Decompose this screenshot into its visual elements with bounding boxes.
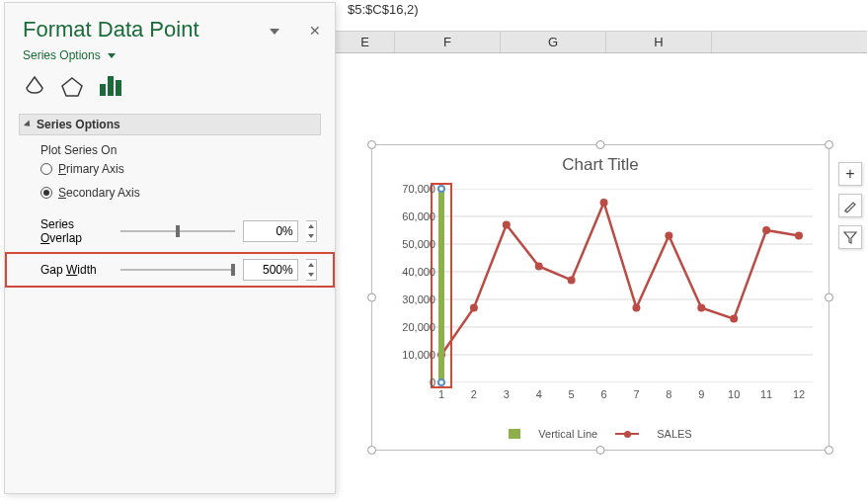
formula-bar-text: $5:$C$16,2) bbox=[348, 2, 419, 17]
svg-point-17 bbox=[600, 199, 608, 207]
x-axis-tick: 10 bbox=[728, 388, 740, 400]
expander-icon bbox=[24, 120, 33, 128]
y-axis-tick: 50,000 bbox=[402, 238, 435, 250]
x-axis-tick: 11 bbox=[760, 388, 772, 400]
column-header[interactable]: E bbox=[336, 32, 395, 52]
x-axis-tick: 7 bbox=[633, 388, 639, 400]
format-data-point-pane: Format Data Point ✕ Series Options Serie… bbox=[4, 2, 336, 494]
x-axis-tick: 2 bbox=[471, 388, 477, 400]
secondary-axis-radio[interactable]: Secondary Axis bbox=[40, 181, 309, 205]
x-axis-tick: 12 bbox=[793, 388, 805, 400]
svg-point-23 bbox=[795, 232, 803, 240]
x-axis-tick: 3 bbox=[504, 388, 510, 400]
x-axis-tick: 9 bbox=[698, 388, 704, 400]
svg-point-18 bbox=[632, 303, 640, 311]
y-axis-tick: 40,000 bbox=[402, 266, 435, 278]
svg-point-20 bbox=[697, 303, 705, 311]
pane-title: Format Data Point bbox=[23, 17, 199, 42]
plus-icon: + bbox=[845, 165, 854, 183]
legend-swatch-line-icon bbox=[615, 433, 639, 435]
fill-icon[interactable] bbox=[23, 74, 46, 98]
secondary-axis-label: Secondary Axis bbox=[58, 186, 140, 200]
funnel-icon bbox=[842, 229, 858, 245]
plot-area[interactable] bbox=[428, 189, 813, 382]
chart-filters-button[interactable] bbox=[838, 225, 862, 249]
svg-point-13 bbox=[470, 303, 478, 311]
radio-icon bbox=[40, 163, 52, 175]
plot-series-on-label: Plot Series On bbox=[40, 143, 309, 157]
chart-legend[interactable]: Vertical Line SALES bbox=[372, 428, 829, 440]
y-axis-tick: 10,000 bbox=[402, 349, 435, 361]
x-axis-tick: 4 bbox=[536, 388, 542, 400]
column-header[interactable]: H bbox=[606, 32, 712, 52]
y-axis-tick: 60,000 bbox=[402, 210, 435, 222]
series-overlap-spinner[interactable] bbox=[306, 220, 317, 242]
svg-rect-1 bbox=[100, 84, 106, 96]
x-axis-tick: 1 bbox=[438, 388, 444, 400]
selection-handle-icon[interactable] bbox=[437, 378, 445, 386]
legend-swatch-bar-icon bbox=[509, 429, 520, 439]
y-axis-tick: 30,000 bbox=[402, 293, 435, 305]
column-header[interactable]: F bbox=[395, 32, 501, 52]
gap-width-spinner[interactable] bbox=[306, 259, 317, 281]
chart-object[interactable]: Chart Title 010,00020,00030,00040,00050,… bbox=[371, 144, 829, 451]
svg-point-22 bbox=[762, 226, 770, 234]
radio-icon bbox=[40, 187, 52, 199]
x-axis-tick: 6 bbox=[600, 388, 606, 400]
chart-elements-button[interactable]: + bbox=[838, 162, 862, 186]
gap-width-label: Gap Width bbox=[40, 263, 113, 277]
series-overlap-slider[interactable] bbox=[120, 230, 235, 232]
legend-label-vertical-line: Vertical Line bbox=[538, 428, 597, 440]
y-axis-tick: 20,000 bbox=[402, 321, 435, 333]
vertical-line-bar[interactable] bbox=[438, 189, 444, 382]
series-options-icon[interactable] bbox=[98, 74, 123, 98]
section-header-label: Series Options bbox=[37, 118, 120, 131]
svg-rect-3 bbox=[116, 80, 121, 96]
close-icon[interactable]: ✕ bbox=[309, 23, 321, 39]
chart-styles-button[interactable] bbox=[838, 194, 862, 217]
series-overlap-row: Series Overlap bbox=[5, 210, 335, 252]
svg-point-19 bbox=[665, 232, 672, 240]
brush-icon bbox=[842, 198, 858, 213]
selection-handle-icon[interactable] bbox=[437, 185, 445, 193]
series-overlap-input[interactable] bbox=[243, 220, 298, 242]
svg-point-21 bbox=[730, 315, 738, 323]
svg-rect-2 bbox=[108, 76, 114, 96]
y-axis-tick: 0 bbox=[430, 376, 435, 388]
primary-axis-radio[interactable]: Primary Axis bbox=[40, 157, 309, 181]
gap-width-row: Gap Width bbox=[5, 252, 335, 288]
gap-width-slider[interactable] bbox=[120, 269, 235, 271]
svg-point-16 bbox=[568, 276, 576, 284]
series-overlap-label: Series Overlap bbox=[40, 217, 113, 245]
chevron-down-icon[interactable] bbox=[108, 53, 116, 58]
column-headers: E F G H bbox=[336, 32, 867, 53]
chart-title[interactable]: Chart Title bbox=[372, 145, 829, 177]
x-axis-tick: 8 bbox=[666, 388, 671, 400]
svg-point-15 bbox=[535, 262, 543, 270]
y-axis-tick: 70,000 bbox=[402, 183, 435, 195]
legend-label-sales: SALES bbox=[657, 428, 691, 440]
chevron-down-icon[interactable] bbox=[270, 29, 279, 35]
gap-width-input[interactable] bbox=[243, 259, 298, 281]
x-axis-tick: 5 bbox=[569, 388, 575, 400]
svg-point-14 bbox=[503, 220, 511, 228]
svg-marker-0 bbox=[62, 78, 82, 96]
primary-axis-label: Primary Axis bbox=[58, 162, 124, 176]
series-options-section-header[interactable]: Series Options bbox=[19, 114, 321, 135]
effects-icon[interactable] bbox=[60, 74, 84, 98]
column-header[interactable]: G bbox=[501, 32, 606, 52]
pane-subtitle[interactable]: Series Options bbox=[23, 48, 101, 62]
